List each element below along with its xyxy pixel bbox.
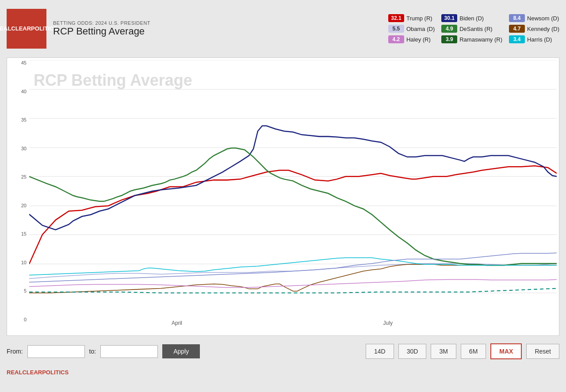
y-label-30: 30 [9,146,27,151]
legend-item: 4.7Kennedy (D) [509,25,559,33]
legend-badge: 4.2 [388,35,404,43]
page-subtitle: BETTING ODDS: 2024 U.S. PRESIDENT [53,20,379,26]
legend-badge: 30.1 [441,14,457,22]
legend-name: Kennedy (D) [527,26,559,32]
legend-badge: 4.7 [509,25,525,33]
legend-name: Newsom (D) [527,15,559,22]
footer: From: to: Apply 14D 30D 3M 6M MAX Reset [0,336,566,367]
y-label-45: 45 [9,60,27,65]
from-label: From: [7,348,23,355]
y-label-25: 25 [9,174,27,179]
legend-name: Haley (R) [406,36,431,43]
y-label-20: 20 [9,203,27,208]
legend-item: 3.9Ramaswamy (R) [441,35,502,43]
legend-badge: 5.5 [388,25,404,33]
legend-badge: 32.1 [388,14,404,22]
legend-item: 30.1Biden (D) [441,14,502,22]
x-label-july: July [383,320,393,326]
chart-container: RCP Betting Average [7,57,559,336]
btn-3m[interactable]: 3M [431,344,456,359]
to-date-input[interactable] [100,345,158,358]
y-label-0: 0 [9,317,27,322]
y-label-5: 5 [9,288,27,293]
legend-badge: 3.9 [441,35,457,43]
legend-badge: 3.4 [509,35,525,43]
legend-item: 32.1Trump (R) [388,14,435,22]
page-title: RCP Betting Average [53,26,379,37]
y-axis-labels: 0 5 10 15 20 25 30 35 40 45 [7,60,28,322]
legend-name: DeSantis (R) [459,26,492,32]
btn-14d[interactable]: 14D [366,344,394,359]
apply-button[interactable]: Apply [162,344,200,358]
legend-name: Harris (D) [527,36,552,43]
legend-name: Trump (R) [406,15,432,22]
legend-item: 3.4Harris (D) [509,35,559,43]
logo-text: REAL [0,25,11,32]
legend-badge: 4.9 [441,25,457,33]
btn-6m[interactable]: 6M [461,344,486,359]
legend-name: Obama (D) [406,26,435,32]
y-label-15: 15 [9,231,27,236]
from-date-input[interactable] [27,345,85,358]
legend-item: 4.2Haley (R) [388,35,435,43]
header: REAL CLEAR POLITICS BETTING ODDS: 2024 U… [0,0,566,57]
x-label-april: April [172,320,182,326]
btn-30d[interactable]: 30D [398,344,427,359]
y-label-40: 40 [9,89,27,94]
legend-name: Ramaswamy (R) [459,36,502,43]
y-label-10: 10 [9,260,27,265]
legend: 32.1Trump (R)30.1Biden (D)8.4Newsom (D)5… [388,14,559,43]
to-label: to: [89,348,96,355]
brand: REALCLEARPOLITICS [0,367,566,380]
reset-button[interactable]: Reset [526,344,559,359]
legend-item: 4.9DeSantis (R) [441,25,502,33]
title-section: BETTING ODDS: 2024 U.S. PRESIDENT RCP Be… [53,20,379,37]
legend-name: Biden (D) [459,15,484,22]
logo: REAL CLEAR POLITICS [7,9,46,49]
logo-text2: CLEAR [11,25,31,32]
x-labels [29,322,557,335]
legend-badge: 8.4 [509,14,525,22]
legend-item: 8.4Newsom (D) [509,14,559,22]
legend-item: 5.5Obama (D) [388,25,435,33]
chart-area: April July [29,60,557,322]
btn-max[interactable]: MAX [490,343,522,359]
y-label-35: 35 [9,117,27,122]
